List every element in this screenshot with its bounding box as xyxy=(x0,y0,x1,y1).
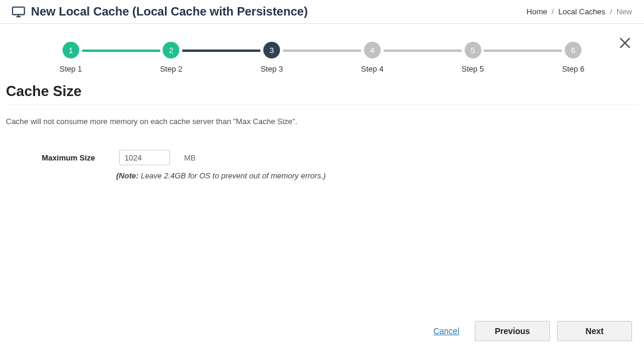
footer: Cancel Previous Next xyxy=(0,316,644,346)
step-connector xyxy=(182,50,260,52)
breadcrumb-local-caches[interactable]: Local Caches xyxy=(558,7,605,16)
max-size-input[interactable] xyxy=(119,150,170,165)
stepper: 1 Step 1 2 Step 2 3 Step 3 4 Step 4 5 St… xyxy=(0,24,644,79)
section-title: Cache Size xyxy=(0,79,644,102)
step-2[interactable]: 2 Step 2 xyxy=(160,42,183,73)
unit-label: MB xyxy=(184,153,196,162)
step-3[interactable]: 3 Step 3 xyxy=(260,42,283,73)
breadcrumb-separator: / xyxy=(610,7,612,16)
step-4[interactable]: 4 Step 4 xyxy=(361,42,384,73)
note-text: Leave 2.4GB for OS to prevent out of mem… xyxy=(139,171,326,180)
monitor-icon xyxy=(12,7,25,17)
step-circle: 5 xyxy=(465,42,481,58)
breadcrumb: Home / Local Caches / New xyxy=(527,7,632,16)
step-connector xyxy=(283,50,361,52)
note: (Note: Leave 2.4GB for OS to prevent out… xyxy=(0,165,644,180)
section-description: Cache will not consume more memory on ea… xyxy=(0,105,644,126)
step-circle: 3 xyxy=(263,42,280,58)
note-prefix: (Note: xyxy=(116,171,139,180)
step-label: Step 4 xyxy=(361,64,384,73)
step-label: Step 2 xyxy=(160,64,183,73)
next-button[interactable]: Next xyxy=(557,321,632,341)
max-size-label: Maximum Size xyxy=(42,153,107,162)
step-circle: 6 xyxy=(565,42,581,58)
previous-button[interactable]: Previous xyxy=(475,321,550,341)
page-title: New Local Cache (Local Cache with Persis… xyxy=(31,5,308,18)
step-label: Step 1 xyxy=(60,64,82,73)
step-connector xyxy=(384,50,462,52)
form-row-max-size: Maximum Size MB xyxy=(0,126,644,165)
step-label: Step 6 xyxy=(562,64,584,73)
breadcrumb-home[interactable]: Home xyxy=(527,7,547,16)
step-connector xyxy=(484,50,562,52)
svg-rect-0 xyxy=(13,7,24,14)
step-circle: 2 xyxy=(163,42,179,58)
step-circle: 4 xyxy=(364,42,381,58)
page-header: New Local Cache (Local Cache with Persis… xyxy=(0,0,644,24)
step-label: Step 5 xyxy=(462,64,484,73)
cancel-link[interactable]: Cancel xyxy=(433,326,459,336)
step-1[interactable]: 1 Step 1 xyxy=(60,42,82,73)
header-left: New Local Cache (Local Cache with Persis… xyxy=(12,5,308,18)
step-5[interactable]: 5 Step 5 xyxy=(462,42,484,73)
content: 1 Step 1 2 Step 2 3 Step 3 4 Step 4 5 St… xyxy=(0,24,644,216)
step-label: Step 3 xyxy=(260,64,283,73)
breadcrumb-separator: / xyxy=(552,7,554,16)
step-connector xyxy=(82,50,160,52)
step-circle: 1 xyxy=(63,42,79,58)
breadcrumb-current: New xyxy=(617,7,632,16)
step-6[interactable]: 6 Step 6 xyxy=(562,42,584,73)
